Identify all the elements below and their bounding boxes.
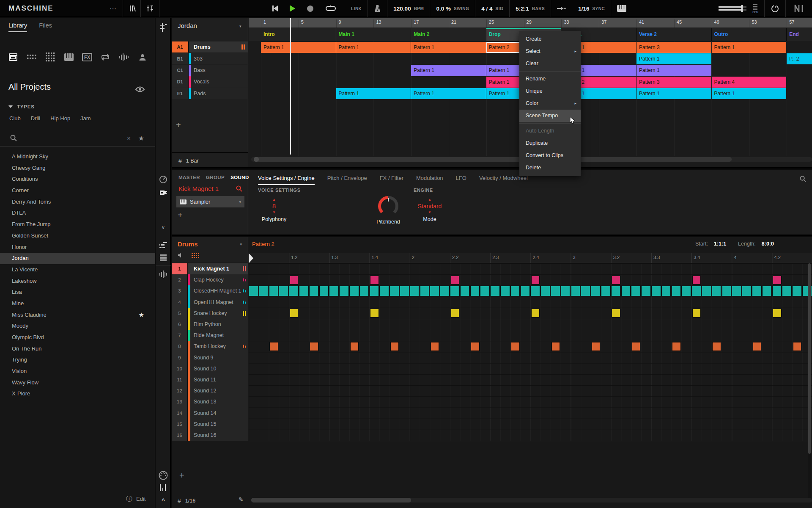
type-tag[interactable]: Club (9, 115, 21, 121)
length-value[interactable]: 8:0:0 (762, 241, 774, 247)
note-cell[interactable] (531, 276, 540, 284)
note-cell[interactable] (420, 286, 430, 296)
note-cell[interactable] (410, 286, 420, 296)
project-item[interactable]: A Midnight Sky (0, 151, 155, 163)
note-cell[interactable] (753, 342, 762, 351)
param-tab[interactable]: LFO (456, 175, 466, 185)
pattern-block[interactable]: Pattern 1 (636, 88, 711, 99)
note-cell[interactable] (460, 286, 470, 296)
scene-header[interactable]: Intro (261, 28, 336, 41)
note-cell[interactable] (480, 286, 490, 296)
note-cell[interactable] (752, 286, 762, 296)
add-plugin-button[interactable]: + (178, 210, 183, 220)
sound-number-cell[interactable]: 15 (172, 419, 188, 430)
note-cell[interactable] (511, 342, 520, 351)
restart-button[interactable] (266, 0, 284, 17)
mode-down-icon[interactable]: ▼ (404, 210, 455, 215)
track-name-cell[interactable]: 303 (189, 53, 248, 64)
note-cell[interactable] (681, 286, 691, 296)
collapse-up-icon[interactable]: ^ (156, 497, 171, 503)
note-cell[interactable] (279, 286, 288, 296)
project-item[interactable]: Mine (0, 298, 155, 309)
pattern-block[interactable]: Pattern 1 (411, 65, 486, 76)
pattern-block[interactable]: Pattern 1 (261, 42, 336, 53)
param-tab[interactable]: Voice Settings / Engine (258, 175, 315, 185)
project-item[interactable]: DTLA (0, 207, 155, 219)
samples-filter-icon[interactable] (118, 52, 129, 63)
fx-filter-icon[interactable]: FX (82, 53, 92, 61)
pattern-block[interactable]: Pattern 1 (712, 42, 787, 53)
add-group-button[interactable]: + (176, 120, 181, 130)
sound-row[interactable]: 1Kick Magnet 1 (172, 263, 248, 274)
favorite-star-icon[interactable]: ★ (139, 309, 144, 321)
pattern-block[interactable]: Pattern 1 (336, 42, 411, 53)
note-cell[interactable] (772, 286, 782, 296)
scene-header[interactable]: Verse 2 (636, 28, 712, 41)
menu-item-select[interactable]: Select▸ (519, 45, 581, 58)
note-cell[interactable] (773, 309, 782, 318)
note-cell[interactable] (611, 286, 621, 296)
project-item[interactable]: From The Jump (0, 219, 155, 230)
menu-item-scene-tempo[interactable]: Scene Tempo (519, 110, 581, 122)
note-cell[interactable] (521, 286, 530, 296)
speaker-icon[interactable] (178, 252, 184, 258)
note-cell[interactable] (379, 286, 389, 296)
pitchbend-knob[interactable]: Pitchbend (376, 196, 401, 225)
pattern-group-chevron-icon[interactable]: ▾ (240, 242, 242, 246)
bpm-value[interactable]: 120.00 (393, 6, 411, 12)
sound-number-cell[interactable]: 16 (172, 430, 188, 441)
note-cell[interactable] (500, 286, 510, 296)
midi-icon[interactable] (156, 471, 171, 480)
project-item[interactable]: La Vicente (0, 264, 155, 276)
project-item[interactable]: Golden Sunset (0, 230, 155, 242)
scene-header[interactable]: Main 1 (336, 28, 411, 41)
note-cell[interactable] (339, 286, 349, 296)
pattern-group-name[interactable]: Drums (178, 240, 198, 248)
sound-name-cell[interactable]: Clap Hockey (188, 274, 248, 285)
projects-filter-icon[interactable] (8, 52, 19, 63)
panel-search-icon[interactable] (800, 176, 806, 182)
note-cell[interactable] (510, 286, 520, 296)
pattern-timeline-ruler[interactable]: 1.21.31.422.22.32.433.23.33.444.2 (249, 253, 812, 263)
polyphony-down-icon[interactable]: ▼ (249, 210, 299, 215)
project-item[interactable]: Wavy Flow (0, 377, 155, 389)
track-name-cell[interactable]: Pads (189, 88, 248, 99)
note-cell[interactable] (692, 276, 701, 284)
mode-stepper[interactable]: ▲ Standard ▼ Mode (404, 198, 455, 222)
pattern-block[interactable]: Pattern 1 (411, 42, 486, 53)
plugin-selector[interactable]: Sampler ▾ (176, 196, 244, 207)
sound-row[interactable]: 2Clap Hockey (172, 274, 248, 285)
param-tab[interactable]: Velocity / Modwheel (479, 175, 528, 185)
sound-number-cell[interactable]: 10 (172, 363, 188, 374)
note-cell[interactable] (641, 286, 651, 296)
tab-files[interactable]: Files (39, 22, 52, 32)
sound-name-cell[interactable]: Sound 10 (188, 363, 248, 374)
note-cell[interactable] (672, 342, 681, 351)
group-selector[interactable]: Jordan (178, 22, 197, 29)
note-cell[interactable] (621, 286, 631, 296)
note-cell[interactable] (350, 342, 359, 351)
sound-number-cell[interactable]: 11 (172, 374, 188, 385)
search-bar[interactable]: × ★ (0, 131, 155, 146)
note-cell[interactable] (762, 286, 772, 296)
sound-row[interactable]: 9Sound 9 (172, 352, 248, 363)
note-cell[interactable] (742, 286, 752, 296)
sound-row[interactable]: 6Rim Python (172, 319, 248, 330)
project-item[interactable]: Lisa (0, 287, 155, 298)
note-cell[interactable] (359, 286, 369, 296)
pattern-block[interactable]: Pattern 1 (636, 53, 711, 64)
polyphony-up-icon[interactable]: ▲ (249, 198, 299, 202)
menu-item-delete[interactable]: Delete (519, 162, 581, 174)
note-cell[interactable] (632, 342, 641, 351)
note-cell[interactable] (440, 286, 450, 296)
track-name-cell[interactable]: Bass (189, 65, 248, 76)
note-cell[interactable] (400, 286, 409, 296)
project-item[interactable]: Olympic Blvd (0, 332, 155, 343)
pattern-block[interactable]: Pattern 3 (636, 77, 711, 88)
sound-name-cell[interactable]: Sound 9 (188, 352, 248, 363)
note-cell[interactable] (571, 286, 581, 296)
step-grid-value[interactable]: 1/16 (185, 498, 195, 504)
quantize-field[interactable]: 1/16 SYNC (572, 0, 611, 17)
pencil-icon[interactable]: ✎ (239, 496, 244, 503)
sound-search-icon[interactable] (236, 185, 242, 192)
